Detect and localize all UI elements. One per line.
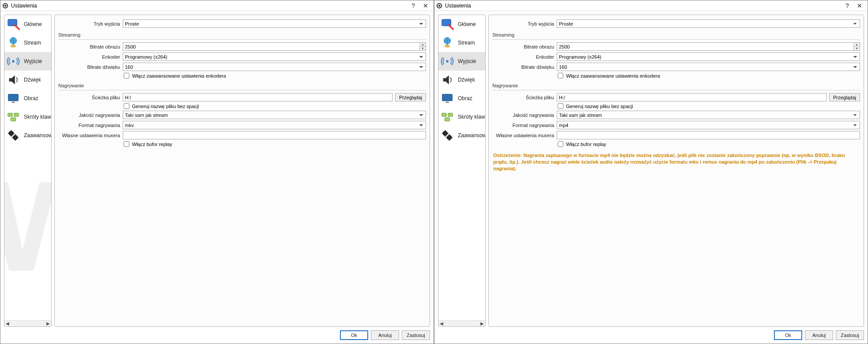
speaker-icon xyxy=(439,72,455,88)
video-bitrate-input[interactable] xyxy=(557,42,860,51)
sidebar-item-hotkeys[interactable]: Skróty klawisz xyxy=(438,108,485,126)
close-button[interactable]: ✕ xyxy=(419,1,432,11)
keyboard-icon xyxy=(5,109,21,125)
scroll-left-icon[interactable]: ◀ xyxy=(4,321,11,327)
dialog-buttons: Ok Anuluj Zastosuj xyxy=(4,327,430,340)
no-spaces-checkbox[interactable] xyxy=(124,103,129,109)
gears-icon xyxy=(5,127,21,143)
sidebar-item-output[interactable]: Wyjście xyxy=(438,52,485,71)
svg-rect-30 xyxy=(447,44,448,46)
sidebar-item-audio[interactable]: Dźwięk xyxy=(4,71,51,89)
svg-rect-14 xyxy=(11,118,15,121)
help-button[interactable]: ? xyxy=(407,1,419,11)
sidebar-item-stream[interactable]: Stream xyxy=(438,34,485,52)
muxer-settings-input[interactable] xyxy=(123,131,426,139)
sidebar-item-video[interactable]: Obraz xyxy=(4,89,51,108)
recording-path-input[interactable] xyxy=(123,93,392,101)
sidebar-item-stream[interactable]: Stream xyxy=(4,34,51,52)
sidebar-item-hotkeys[interactable]: Skróty klawisz xyxy=(4,108,51,126)
svg-rect-33 xyxy=(445,102,449,103)
muxer-settings-input[interactable] xyxy=(557,131,860,139)
output-mode-label: Tryb wyjścia xyxy=(492,21,554,26)
scroll-left-icon[interactable]: ◀ xyxy=(438,321,445,327)
window-title: Ustawienia xyxy=(11,3,407,9)
dialog-buttons: Ok Anuluj Zastosuj xyxy=(438,327,864,340)
keyboard-icon xyxy=(439,109,455,125)
encoder-select[interactable]: Programowy (x264) xyxy=(123,52,426,61)
svg-rect-11 xyxy=(11,102,15,103)
adv-encoder-checkbox-label: Włącz zaawansowane ustawienia enkodera xyxy=(132,73,226,79)
sidebar-item-label: Zaawansowan xyxy=(458,132,485,138)
settings-content: Tryb wyjścia Proste Streaming Bitrate ob… xyxy=(54,15,430,327)
encoder-select[interactable]: Programowy (x264) xyxy=(557,52,860,61)
titlebar: Ustawienia ? ✕ xyxy=(0,0,434,11)
recording-format-select[interactable]: mp4 xyxy=(557,121,860,129)
sidebar-item-video[interactable]: Obraz xyxy=(438,89,485,108)
wrench-icon xyxy=(439,16,455,32)
recording-format-select[interactable]: mkv xyxy=(123,121,426,129)
sidebar-item-advanced[interactable]: Zaawansowan xyxy=(4,126,51,145)
svg-rect-8 xyxy=(13,44,14,46)
recording-quality-select[interactable]: Taki sam jak stream xyxy=(123,111,426,119)
browse-button[interactable]: Przeglądaj xyxy=(829,93,860,101)
spinner-down[interactable]: ▼ xyxy=(419,47,426,50)
broadcast-icon xyxy=(439,53,455,69)
video-bitrate-input[interactable] xyxy=(123,42,426,51)
output-mode-select[interactable]: Proste xyxy=(557,19,860,28)
scroll-right-icon[interactable]: ▶ xyxy=(479,321,485,327)
svg-rect-12 xyxy=(8,113,12,117)
app-icon xyxy=(436,3,442,9)
spinner-up[interactable]: ▲ xyxy=(853,43,860,47)
no-spaces-checkbox-label: Generuj nazwę pliku bez spacji xyxy=(132,104,199,109)
sidebar-item-label: Skróty klawisz xyxy=(24,114,51,120)
sidebar-item-label: Obraz xyxy=(24,95,38,101)
no-spaces-checkbox-label: Generuj nazwę pliku bez spacji xyxy=(566,104,633,109)
sidebar-item-advanced[interactable]: Zaawansowan xyxy=(438,126,485,145)
help-button[interactable]: ? xyxy=(841,1,853,11)
cancel-button[interactable]: Anuluj xyxy=(805,330,833,340)
scroll-right-icon[interactable]: ▶ xyxy=(45,321,51,327)
audio-bitrate-label: Bitrate dźwięku xyxy=(58,64,120,70)
svg-rect-36 xyxy=(445,118,449,121)
monitor-icon xyxy=(5,90,21,106)
close-button[interactable]: ✕ xyxy=(853,1,866,11)
spinner-down[interactable]: ▼ xyxy=(853,47,860,50)
sidebar-item-general[interactable]: Główne xyxy=(4,15,51,34)
sidebar-hscroll[interactable]: ◀ ▶ xyxy=(438,320,485,326)
sidebar-item-output[interactable]: Wyjście xyxy=(4,52,51,71)
adv-encoder-checkbox[interactable] xyxy=(558,73,563,79)
audio-bitrate-select[interactable]: 160 xyxy=(557,63,860,71)
ok-button[interactable]: Ok xyxy=(340,330,368,340)
muxer-settings-label: Własne ustawienia muxera xyxy=(492,133,554,138)
output-mode-select[interactable]: Proste xyxy=(123,19,426,28)
broadcast-icon xyxy=(5,53,21,69)
recording-group-header: Nagrywanie xyxy=(55,79,430,90)
app-icon xyxy=(2,3,8,9)
browse-button[interactable]: Przeglądaj xyxy=(395,93,426,101)
video-bitrate-label: Bitrate obrazu xyxy=(58,44,120,49)
spinner-up[interactable]: ▲ xyxy=(419,43,426,47)
adv-encoder-checkbox[interactable] xyxy=(124,73,129,79)
replay-buffer-checkbox[interactable] xyxy=(558,141,563,147)
replay-buffer-checkbox[interactable] xyxy=(124,141,129,147)
wrench-icon xyxy=(5,16,21,32)
sidebar-hscroll[interactable]: ◀ ▶ xyxy=(4,320,51,326)
replay-buffer-checkbox-label: Włącz bufor replay xyxy=(132,142,172,147)
sidebar-item-audio[interactable]: Dźwięk xyxy=(438,71,485,89)
video-bitrate-label: Bitrate obrazu xyxy=(492,44,554,49)
recording-group-header: Nagrywanie xyxy=(489,79,864,90)
sidebar-item-general[interactable]: Główne xyxy=(438,15,485,34)
window-title: Ustawienia xyxy=(445,3,841,9)
apply-button[interactable]: Zastosuj xyxy=(402,330,430,340)
sidebar-item-label: Obraz xyxy=(458,95,472,101)
audio-bitrate-select[interactable]: 160 xyxy=(123,63,426,71)
sidebar-item-label: Główne xyxy=(24,21,42,27)
cancel-button[interactable]: Anuluj xyxy=(371,330,399,340)
ok-button[interactable]: Ok xyxy=(774,330,802,340)
settings-content: Tryb wyjścia Proste Streaming Bitrate ob… xyxy=(488,15,864,327)
recording-path-input[interactable] xyxy=(557,93,826,101)
recording-quality-label: Jakość nagrywania xyxy=(492,112,554,118)
no-spaces-checkbox[interactable] xyxy=(558,103,563,109)
apply-button[interactable]: Zastosuj xyxy=(836,330,864,340)
recording-quality-select[interactable]: Taki sam jak stream xyxy=(557,111,860,119)
